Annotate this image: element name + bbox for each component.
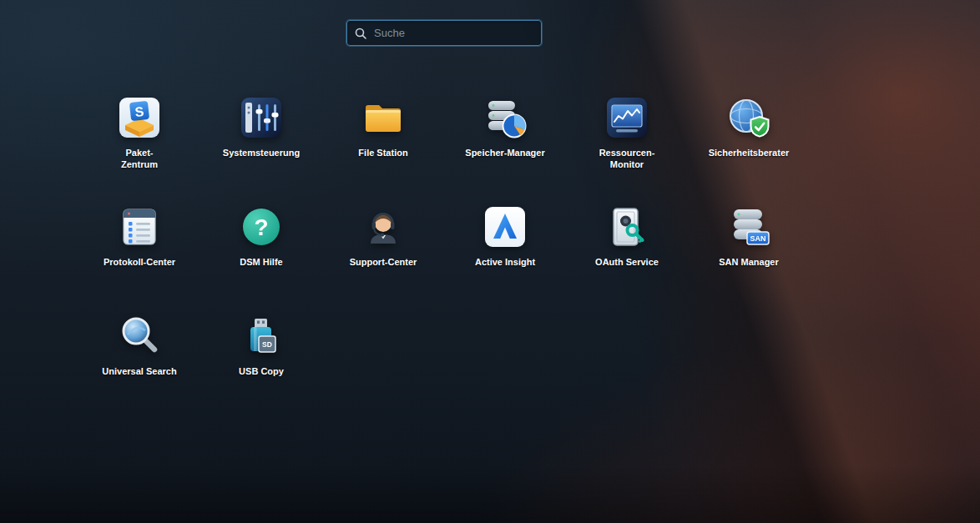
app-san-manager[interactable]: SAN SAN Manager — [688, 204, 810, 314]
control-panel-icon — [239, 95, 284, 140]
security-advisor-icon — [726, 95, 771, 140]
app-grid: S Paket-Zentrum — [78, 95, 810, 423]
bottom-shade-decoration — [0, 465, 980, 523]
app-file-station[interactable]: File Station — [322, 95, 444, 204]
app-usb-copy[interactable]: SD USB Copy — [200, 314, 322, 423]
app-label: OAuth Service — [595, 257, 659, 269]
search-icon — [355, 28, 366, 39]
app-support-center[interactable]: Support-Center — [322, 204, 444, 314]
app-dsm-help[interactable]: ? DSM Hilfe — [200, 204, 322, 314]
universal-search-icon — [117, 314, 162, 359]
app-label: Ressourcen-Monitor — [590, 148, 664, 171]
oauth-service-icon — [604, 204, 649, 249]
svg-text:SAN: SAN — [750, 234, 765, 243]
app-resource-monitor[interactable]: Ressourcen-Monitor — [566, 95, 688, 204]
folder-icon — [361, 95, 406, 140]
san-manager-icon: SAN — [726, 204, 771, 249]
support-center-icon — [361, 204, 406, 249]
app-log-center[interactable]: Protokoll-Center — [78, 204, 200, 314]
app-universal-search[interactable]: Universal Search — [78, 314, 200, 423]
search-box — [346, 20, 542, 46]
help-icon: ? — [239, 204, 284, 249]
svg-text:S: S — [134, 104, 145, 119]
app-label: Speicher-Manager — [465, 148, 544, 159]
app-label: DSM Hilfe — [240, 257, 282, 269]
app-label: Active Insight — [475, 257, 535, 269]
desktop-wallpaper: S Paket-Zentrum — [0, 0, 980, 523]
search-input[interactable] — [372, 26, 533, 40]
log-center-icon — [117, 204, 162, 249]
app-security-advisor[interactable]: Sicherheitsberater — [688, 95, 810, 204]
app-label: SAN Manager — [719, 257, 779, 269]
storage-manager-icon — [482, 95, 528, 140]
app-control-panel[interactable]: Systemsteuerung — [200, 95, 322, 204]
package-center-icon: S — [117, 95, 162, 140]
app-label: File Station — [358, 148, 407, 159]
app-label: USB Copy — [239, 366, 284, 378]
usb-copy-icon: SD — [239, 314, 284, 359]
active-insight-icon — [482, 204, 528, 249]
app-oauth-service[interactable]: OAuth Service — [566, 204, 688, 314]
svg-text:SD: SD — [262, 340, 272, 349]
app-label: Protokoll-Center — [104, 257, 175, 269]
app-active-insight[interactable]: Active Insight — [444, 204, 566, 314]
app-label: Sicherheitsberater — [709, 148, 790, 159]
app-label: Paket-Zentrum — [115, 148, 164, 171]
resource-monitor-icon — [604, 95, 649, 140]
svg-text:?: ? — [254, 214, 268, 240]
app-label: Universal Search — [102, 366, 176, 378]
app-label: Support-Center — [350, 257, 417, 269]
app-package-center[interactable]: S Paket-Zentrum — [78, 95, 200, 204]
app-label: Systemsteuerung — [223, 148, 300, 159]
app-storage-manager[interactable]: Speicher-Manager — [444, 95, 566, 204]
